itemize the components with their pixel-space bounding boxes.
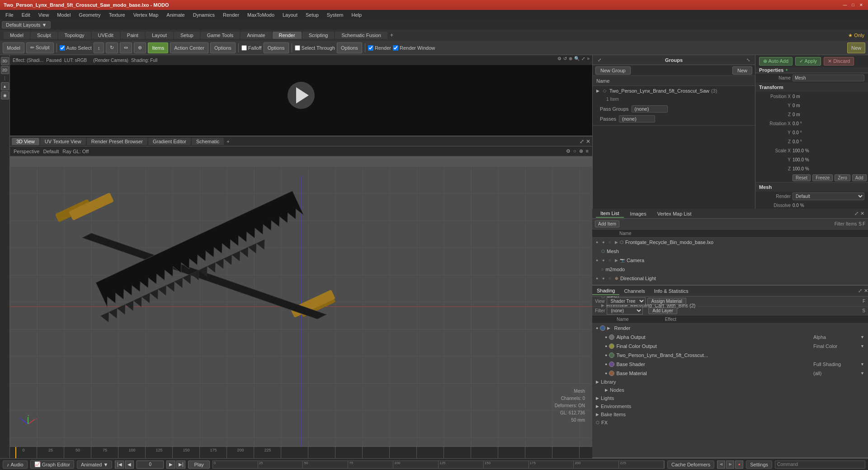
maximize-btn[interactable]: □ — [850, 2, 856, 8]
shader-two-person-row[interactable]: ● Two_Person_Lynx_Brand_5ft_Crosscut... — [601, 351, 868, 360]
jump-start-btn[interactable]: |◀ — [115, 461, 124, 469]
il-filter-icon[interactable]: F — [863, 221, 865, 226]
tab-3d-view[interactable]: 3D View — [12, 138, 39, 145]
search-icon[interactable]: 🔍 — [574, 56, 580, 61]
lt-mode-btn[interactable]: 3D — [1, 57, 9, 65]
layout-dropdown[interactable]: Default Layouts ▼ — [2, 21, 51, 28]
shader-base-shader-row[interactable]: ● Base Shader Full Shading ▼ — [601, 360, 868, 369]
filter-select[interactable]: (none) — [607, 307, 643, 315]
settings-btn[interactable]: Settings — [746, 461, 772, 469]
viewport-3d[interactable]: X Z Y Mesh Channels: 0 Deformers: ON GL:… — [10, 156, 592, 446]
animated-btn[interactable]: Animated ▼ — [77, 461, 112, 469]
tab-sculpt[interactable]: Sculpt — [31, 32, 57, 39]
vp-settings-icon[interactable]: ≡ — [586, 148, 589, 154]
tab-paint[interactable]: Paint — [121, 32, 145, 39]
tab-render-preset[interactable]: Render Preset Browser — [87, 138, 147, 145]
name-input[interactable] — [793, 75, 864, 81]
shader-envs-row[interactable]: ▶ Environments — [592, 402, 868, 410]
vp-reset-icon[interactable]: ○ — [573, 148, 576, 154]
discard-btn[interactable]: ✕ Discard — [824, 57, 854, 66]
il-row-3[interactable]: ● ● ○ ▶ 📷 Camera — [592, 256, 868, 265]
shader-library-row[interactable]: ▶ Library — [592, 378, 868, 386]
assign-material-btn[interactable]: Assign Material — [647, 298, 686, 305]
menu-view[interactable]: View — [35, 11, 53, 19]
il-close-icon[interactable]: ✕ — [860, 211, 864, 216]
reset-btn[interactable]: Reset — [793, 174, 811, 181]
tool-move[interactable]: ↕ — [94, 42, 104, 53]
il-lock-icon[interactable]: S — [859, 221, 862, 226]
falloff-checkbox[interactable] — [241, 45, 247, 51]
menu-system[interactable]: System — [323, 11, 347, 19]
tab-setup[interactable]: Setup — [174, 32, 200, 39]
tab-layout[interactable]: Layout — [146, 32, 173, 39]
menu-setup[interactable]: Setup — [302, 11, 322, 19]
play-button[interactable] — [288, 82, 315, 109]
shader-render-row[interactable]: ● ▶ Render — [592, 324, 868, 333]
groups-item-1[interactable]: ▶ ⬡ Two_Person_Lynx_Brand_5ft_Crosscut_S… — [593, 86, 755, 96]
menu-help[interactable]: Help — [348, 11, 365, 19]
tab-scripting[interactable]: Scripting — [302, 32, 335, 39]
shader-close-icon[interactable]: ✕ — [864, 288, 868, 294]
collapse-groups-icon[interactable]: ⤡ — [745, 57, 751, 63]
add-item-btn[interactable]: Add Item — [595, 221, 619, 227]
vp-gear-icon[interactable]: ⚙ — [566, 148, 571, 154]
timeline-ruler[interactable]: 0 25 50 75 100 125 150 175 200 225 — [212, 461, 665, 469]
more-icon[interactable]: » — [587, 56, 590, 61]
shader-bake-row[interactable]: ▶ Bake Items — [592, 410, 868, 418]
props-add-icon[interactable]: + — [785, 68, 788, 72]
auto-select-checkbox[interactable] — [60, 45, 65, 51]
vp-zoom-icon[interactable]: ⊕ — [579, 148, 583, 154]
sculpt-btn[interactable]: ✏ Sculpt — [26, 42, 54, 53]
expand-icon[interactable]: ⤢ — [581, 56, 585, 61]
tab-model[interactable]: Model — [4, 32, 30, 39]
tab-uv-texture[interactable]: UV Texture View — [40, 138, 86, 145]
playback-btn1[interactable]: ⊲ — [717, 461, 725, 469]
add-tab-btn[interactable]: + — [390, 32, 393, 38]
il-row-4[interactable]: ○ m2modo — [598, 265, 868, 274]
audio-btn[interactable]: ♪ Audio — [3, 461, 28, 469]
expand-groups-icon[interactable]: ⤢ — [596, 57, 603, 63]
menu-layout[interactable]: Layout — [279, 11, 301, 19]
menu-texture[interactable]: Texture — [105, 11, 129, 19]
tool-scale[interactable]: ⇔ — [120, 42, 132, 53]
il-row-2[interactable]: ⬡ Mesh — [598, 247, 868, 256]
transform-header[interactable]: Transform — [755, 83, 868, 92]
tab-vertex-map-list[interactable]: Vertex Map List — [653, 210, 696, 217]
select-through-checkbox[interactable] — [295, 45, 300, 51]
tab-topology[interactable]: Topology — [58, 32, 91, 39]
menu-maxtomodo[interactable]: MaxToModo — [244, 11, 278, 19]
model-btn[interactable]: Model — [3, 42, 24, 53]
s-bm-dropdown[interactable]: ▼ — [860, 371, 864, 376]
tab-uvedit[interactable]: UVEdit — [92, 32, 120, 39]
add-btn[interactable]: Add — [852, 174, 867, 181]
shader-lights-row[interactable]: ▶ Lights — [592, 394, 868, 402]
tab-schematic[interactable]: Schematic Fusion — [335, 32, 387, 39]
add-layer-btn[interactable]: Add Layer — [648, 307, 677, 314]
minimize-btn[interactable]: — — [842, 2, 848, 8]
freeze-btn[interactable]: Freeze — [812, 174, 833, 181]
graph-editor-btn[interactable]: 📈 Graph Editor — [30, 460, 74, 469]
tab-schematic[interactable]: Schematic — [192, 138, 224, 145]
lt-2d-btn[interactable]: 2D — [1, 66, 9, 74]
shader-base-mat-row[interactable]: ● Base Material (all) ▼ — [601, 369, 868, 378]
menu-geometry[interactable]: Geometry — [75, 11, 104, 19]
s-alpha-dropdown[interactable]: ▼ — [860, 335, 864, 339]
menu-edit[interactable]: Edit — [18, 11, 34, 19]
tool-rotate[interactable]: ↻ — [106, 42, 118, 53]
tool-transform[interactable]: ⊕ — [134, 42, 146, 53]
jump-end-btn[interactable]: ▶| — [176, 461, 185, 469]
new-btn[interactable]: New — [847, 42, 865, 53]
options1-btn[interactable]: Options — [210, 42, 236, 53]
menu-model[interactable]: Model — [53, 11, 74, 19]
shader-expand-icon[interactable]: ⤢ — [858, 288, 862, 294]
zoom-icon[interactable]: ⊕ — [569, 56, 572, 61]
tab-images[interactable]: Images — [626, 210, 651, 217]
shader-fx-row[interactable]: ⬡ FX — [592, 418, 868, 427]
tab-item-list[interactable]: Item List — [596, 210, 624, 218]
action-center-btn[interactable]: Action Center — [170, 42, 208, 53]
s-bs-dropdown[interactable]: ▼ — [860, 362, 864, 367]
prev-frame-btn[interactable]: ◀ — [125, 461, 134, 469]
next-frame-btn[interactable]: ▶ — [166, 461, 175, 469]
frame-input[interactable] — [137, 461, 164, 469]
items-btn[interactable]: Items — [148, 42, 168, 53]
